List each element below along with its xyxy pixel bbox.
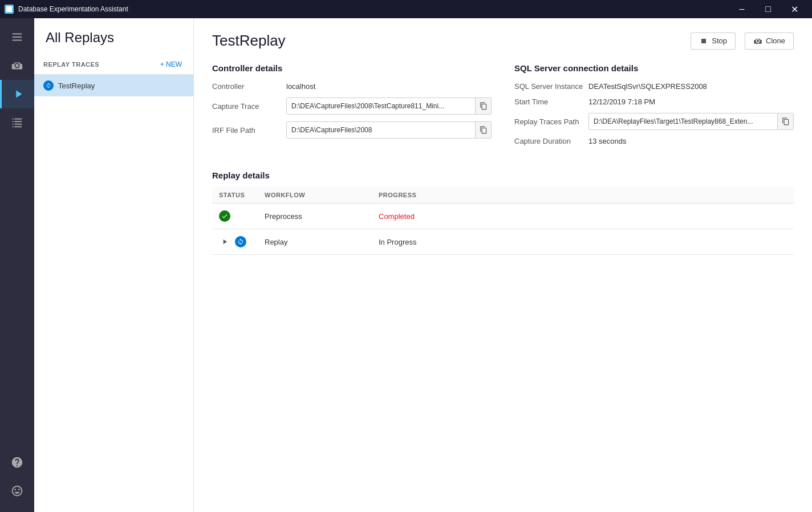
sidebar-bottom [11,448,23,505]
replay-details-heading: Replay details [212,170,794,180]
irf-file-path-input-group: D:\DEA\CaptureFiles\2008 [286,121,492,139]
clone-button[interactable]: Clone [745,32,794,50]
sync-icon [46,83,51,88]
irf-file-path-copy-btn[interactable] [475,122,491,138]
svg-rect-6 [13,121,14,122]
workflow-cell-1: Preprocess [258,204,372,229]
svg-rect-11 [14,126,22,127]
window-controls: – □ ✕ [729,0,807,18]
stop-label: Stop [712,36,727,45]
col-workflow: WORKFLOW [258,187,372,204]
workflow-cell-2: Replay [258,229,372,255]
close-button[interactable]: ✕ [781,0,807,18]
title-bar: Database Experimentation Assistant – □ ✕ [0,0,812,18]
row-play-button[interactable] [219,236,230,247]
panel-header: REPLAY TRACES + NEW [34,55,193,75]
irf-file-path-row: IRF File Path D:\DEA\CaptureFiles\2008 [212,121,492,139]
start-time-value: 12/12/2019 7:18 PM [588,97,655,106]
sidebar-item-menu[interactable] [0,23,34,51]
copy-icon-3 [782,117,790,125]
status-cell-2 [212,229,258,255]
status-icon-blue [235,236,246,247]
new-button[interactable]: + NEW [158,59,184,70]
capture-trace-copy-btn[interactable] [475,98,491,114]
sql-instance-value: DEATestSqlSvr\SQLEXPRESS2008 [588,82,707,91]
camera-icon [11,59,23,72]
svg-rect-12 [701,39,706,43]
menu-icon [11,31,23,43]
stop-button[interactable]: Stop [691,32,736,50]
progress-cell-1: Completed [372,204,794,229]
check-icon [221,213,228,220]
workflow-label-2: Replay [265,238,287,246]
clone-icon [753,36,762,46]
status-cell-1 [212,204,258,229]
svg-rect-0 [6,6,13,13]
controller-section: Controller details Controller localhost … [212,63,492,152]
progress-label-2: In Progress [379,238,416,246]
svg-rect-9 [14,124,22,125]
page-title: All Replays [34,18,193,55]
help-icon [11,456,23,469]
replay-traces-path-value: D:\DEA\ReplayFiles\Target1\TestReplay868… [589,115,777,128]
sidebar [0,18,34,512]
maximize-button[interactable]: □ [755,0,781,18]
replay-traces-path-input-group: D:\DEA\ReplayFiles\Target1\TestReplay868… [588,113,794,130]
start-time-row: Start Time 12/12/2019 7:18 PM [514,97,794,106]
svg-rect-5 [14,119,22,120]
replay-item-name: TestReplay [58,82,95,90]
replay-item[interactable]: TestReplay [34,75,193,96]
header-actions: Stop Clone [691,32,794,50]
copy-icon-2 [480,126,488,134]
controller-value: localhost [286,82,315,91]
smile-icon [11,485,23,497]
sidebar-item-analysis[interactable] [0,108,34,137]
replay-status-icon [43,80,54,91]
sidebar-item-feedback[interactable] [11,477,23,505]
sidebar-item-replay[interactable] [0,80,34,108]
controller-row: Controller localhost [212,82,492,91]
capture-trace-row: Capture Trace D:\DEA\CaptureFiles\2008\T… [212,97,492,115]
replay-table: STATUS WORKFLOW PROGRESS [212,187,794,255]
svg-rect-2 [13,36,22,38]
svg-rect-10 [13,126,14,127]
start-time-label: Start Time [514,97,588,106]
sql-heading: SQL Server connection details [514,63,794,73]
replay-list: TestReplay [34,75,193,512]
col-progress: PROGRESS [372,187,794,204]
replay-traces-path-copy-btn[interactable] [777,113,793,129]
clone-label: Clone [766,36,785,45]
table-row: Replay In Progress [212,229,794,255]
table-row: Preprocess Completed [212,204,794,229]
svg-rect-8 [13,124,14,125]
sidebar-item-help[interactable] [11,448,23,477]
capture-trace-label: Capture Trace [212,102,286,111]
main-panel: TestReplay Stop Clone Controller deta [194,18,812,512]
sql-instance-row: SQL Server Instance DEATestSqlSvr\SQLEXP… [514,82,794,91]
sql-section: SQL Server connection details SQL Server… [514,63,794,152]
sidebar-item-capture[interactable] [0,51,34,80]
capture-trace-value: D:\DEA\CaptureFiles\2008\TestCapture811_… [287,100,475,112]
svg-rect-3 [13,40,22,41]
capture-duration-value: 13 seconds [588,137,627,145]
copy-icon [480,102,488,110]
svg-rect-7 [14,121,22,122]
play-icon [12,88,25,100]
progress-cell-2: In Progress [372,229,794,255]
content-area: All Replays REPLAY TRACES + NEW TestRepl… [34,18,812,512]
replay-traces-path-label: Replay Traces Path [514,117,588,126]
irf-file-path-value: D:\DEA\CaptureFiles\2008 [287,124,475,136]
svg-rect-1 [13,34,22,35]
workflow-label-1: Preprocess [265,212,302,221]
title-bar-left: Database Experimentation Assistant [5,5,128,14]
list-icon [11,116,23,129]
sql-instance-label: SQL Server Instance [514,82,588,91]
capture-duration-label: Capture Duration [514,137,588,145]
app-body: All Replays REPLAY TRACES + NEW TestRepl… [0,18,812,512]
app-icon [5,5,14,14]
col-status: STATUS [212,187,258,204]
replay-traces-path-row: Replay Traces Path D:\DEA\ReplayFiles\Ta… [514,113,794,130]
minimize-button[interactable]: – [729,0,755,18]
svg-rect-4 [13,119,14,120]
controller-label: Controller [212,82,286,91]
